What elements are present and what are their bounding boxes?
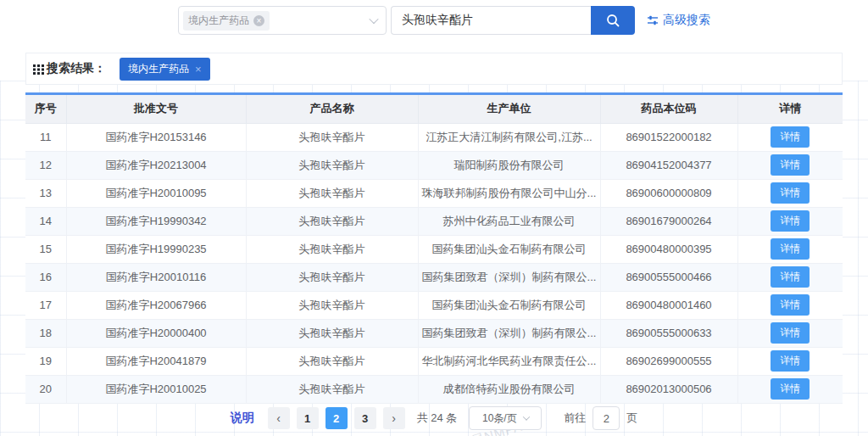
page-buttons: 123: [297, 407, 376, 429]
approval-number: 国药准字H20010095: [66, 179, 246, 207]
column-header: 序号: [25, 95, 66, 123]
category-select[interactable]: 境内生产药品 ×: [178, 6, 387, 35]
manufacturer: 国药集团致君（深圳）制药有限公...: [418, 263, 600, 291]
product-name: 头孢呋辛酯片: [246, 179, 418, 207]
detail-cell: 详情: [737, 151, 843, 179]
advanced-search-label: 高级搜索: [663, 13, 710, 28]
search-button[interactable]: [591, 6, 635, 35]
column-header: 生产单位: [418, 95, 600, 123]
drug-code: 86900600000809: [600, 179, 737, 207]
table-row: 17国药准字H20067966头孢呋辛酯片国药集团汕头金石制药有限公司86900…: [25, 291, 843, 319]
drug-search-page: 国家药品监督管理局NMPA 国家药品监督管理局NMPA 国家药品监督管理局NMP…: [0, 0, 868, 436]
drug-code: 86904152004377: [600, 151, 737, 179]
manufacturer: 苏州中化药品工业有限公司: [418, 207, 600, 235]
page-size-value: 10条/页: [482, 411, 517, 426]
search-icon: [605, 13, 620, 28]
table-row: 14国药准字H19990342头孢呋辛酯片苏州中化药品工业有限公司8690167…: [25, 207, 843, 235]
manufacturer: 华北制药河北华民药业有限责任公...: [418, 347, 600, 375]
page-button-3[interactable]: 3: [354, 407, 376, 429]
detail-cell: 详情: [737, 207, 843, 235]
detail-cell: 详情: [737, 179, 843, 207]
drug-code: 86900555000633: [600, 319, 737, 347]
approval-number: 国药准字H20153146: [66, 123, 246, 151]
manufacturer: 国药集团汕头金石制药有限公司: [418, 291, 600, 319]
manufacturer: 国药集团致君（深圳）制药有限公...: [418, 319, 600, 347]
drug-code: 86900555000466: [600, 263, 737, 291]
advanced-search-link[interactable]: 高级搜索: [647, 13, 710, 28]
product-name: 头孢呋辛酯片: [246, 207, 418, 235]
manufacturer: 瑞阳制药股份有限公司: [418, 151, 600, 179]
results-bar: 搜索结果： 境内生产药品 ×: [25, 53, 843, 85]
approval-number: 国药准字H20010025: [66, 375, 246, 403]
detail-button[interactable]: 详情: [771, 322, 810, 344]
manufacturer: 成都倍特药业股份有限公司: [418, 375, 600, 403]
next-page-button[interactable]: ›: [383, 407, 405, 429]
drug-code: 86900480000395: [600, 235, 737, 263]
detail-button[interactable]: 详情: [771, 126, 810, 148]
goto-page-input[interactable]: [593, 406, 620, 430]
detail-cell: 详情: [737, 235, 843, 263]
detail-button[interactable]: 详情: [771, 210, 810, 232]
pagination: 说明 ‹ 123 › 共 24 条 10条/页 前往 页: [0, 406, 868, 430]
category-tag-close-icon[interactable]: ×: [253, 15, 264, 26]
chevron-down-icon: [369, 14, 378, 24]
prev-page-button[interactable]: ‹: [268, 407, 290, 429]
approval-number: 国药准字H19990235: [66, 235, 246, 263]
table-row: 15国药准字H19990235头孢呋辛酯片国药集团汕头金石制药有限公司86900…: [25, 235, 843, 263]
filter-sliders-icon: [647, 14, 659, 26]
search-bar: 境内生产药品 × 高级搜索: [178, 6, 710, 35]
chevron-down-icon: [522, 413, 529, 420]
table-row: 12国药准字H20213004头孢呋辛酯片瑞阳制药股份有限公司869041520…: [25, 151, 843, 179]
grid-icon: [33, 64, 44, 75]
detail-button[interactable]: 详情: [771, 154, 810, 176]
detail-cell: 详情: [737, 263, 843, 291]
column-header: 批准文号: [66, 95, 246, 123]
results-table-card: 序号批准文号产品名称生产单位药品本位码详情 11国药准字H20153146头孢呋…: [25, 92, 843, 404]
drug-code: 86902699000555: [600, 347, 737, 375]
detail-button[interactable]: 详情: [771, 266, 810, 288]
search-input[interactable]: [391, 6, 591, 35]
note-link[interactable]: 说明: [231, 411, 254, 426]
product-name: 头孢呋辛酯片: [246, 123, 418, 151]
table-row: 18国药准字H20000400头孢呋辛酯片国药集团致君（深圳）制药有限公...8…: [25, 319, 843, 347]
page-button-1[interactable]: 1: [297, 407, 319, 429]
row-number: 16: [25, 263, 66, 291]
row-number: 13: [25, 179, 66, 207]
tag-close-icon[interactable]: ×: [195, 64, 202, 75]
manufacturer: 国药集团汕头金石制药有限公司: [418, 235, 600, 263]
product-name: 头孢呋辛酯片: [246, 375, 418, 403]
approval-number: 国药准字H20000400: [66, 319, 246, 347]
detail-button[interactable]: 详情: [771, 294, 810, 316]
search-input-group: [391, 6, 635, 35]
row-number: 11: [25, 123, 66, 151]
table-row: 11国药准字H20153146头孢呋辛酯片江苏正大清江制药有限公司,江苏...8…: [25, 123, 843, 151]
page-size-select[interactable]: 10条/页: [469, 406, 542, 430]
drug-code: 86900480001460: [600, 291, 737, 319]
detail-button[interactable]: 详情: [771, 378, 810, 400]
page-button-2[interactable]: 2: [326, 407, 348, 429]
detail-button[interactable]: 详情: [771, 182, 810, 204]
table-row: 16国药准字H20010116头孢呋辛酯片国药集团致君（深圳）制药有限公...8…: [25, 263, 843, 291]
detail-button[interactable]: 详情: [771, 238, 810, 260]
results-table: 序号批准文号产品名称生产单位药品本位码详情 11国药准字H20153146头孢呋…: [25, 95, 843, 404]
approval-number: 国药准字H20041879: [66, 347, 246, 375]
detail-cell: 详情: [737, 347, 843, 375]
table-row: 19国药准字H20041879头孢呋辛酯片华北制药河北华民药业有限责任公...8…: [25, 347, 843, 375]
goto-label: 前往: [564, 411, 586, 426]
row-number: 14: [25, 207, 66, 235]
column-header: 药品本位码: [600, 95, 737, 123]
product-name: 头孢呋辛酯片: [246, 151, 418, 179]
table-row: 13国药准字H20010095头孢呋辛酯片珠海联邦制药股份有限公司中山分...8…: [25, 179, 843, 207]
row-number: 19: [25, 347, 66, 375]
approval-number: 国药准字H19990342: [66, 207, 246, 235]
filter-tag-label: 境内生产药品: [128, 62, 189, 76]
row-number: 18: [25, 319, 66, 347]
table-body: 11国药准字H20153146头孢呋辛酯片江苏正大清江制药有限公司,江苏...8…: [25, 123, 843, 403]
detail-button[interactable]: 详情: [771, 350, 810, 372]
filter-tag[interactable]: 境内生产药品 ×: [120, 58, 210, 81]
column-header: 详情: [737, 95, 843, 123]
drug-code: 86901522000182: [600, 123, 737, 151]
goto-suffix: 页: [626, 411, 637, 426]
approval-number: 国药准字H20010116: [66, 263, 246, 291]
detail-cell: 详情: [737, 291, 843, 319]
